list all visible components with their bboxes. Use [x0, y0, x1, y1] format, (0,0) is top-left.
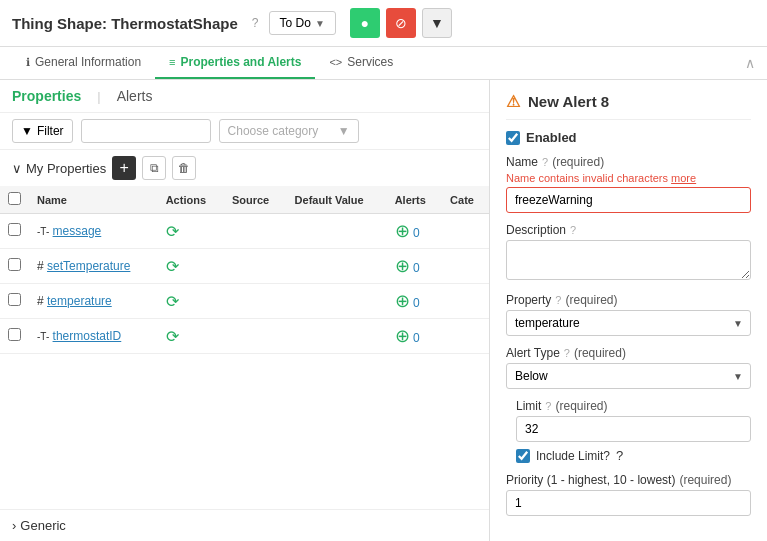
priority-input[interactable]: [506, 490, 751, 516]
enabled-label: Enabled: [526, 130, 577, 145]
action-copy-icon[interactable]: ⟳: [166, 328, 179, 345]
description-textarea[interactable]: [506, 240, 751, 280]
col-default-value: Default Value: [287, 186, 387, 214]
name-input[interactable]: [506, 187, 751, 213]
alert-type-select[interactable]: Below Above Equal: [506, 363, 751, 389]
delete-property-button[interactable]: 🗑: [172, 156, 196, 180]
add-alert-icon[interactable]: ⊕: [395, 326, 410, 346]
col-checkbox: [0, 186, 29, 214]
filter-input[interactable]: [81, 119, 211, 143]
name-help-icon[interactable]: ?: [542, 156, 548, 168]
alert-type-label-row: Alert Type ? (required): [506, 346, 751, 360]
row-checkbox[interactable]: [8, 258, 21, 271]
alert-type-label: Alert Type: [506, 346, 560, 360]
row-alerts-cell: ⊕ 0: [387, 214, 442, 249]
tab-bar: ℹ General Information ≡ Properties and A…: [0, 47, 767, 80]
table-row: -T- message ⟳ ⊕ 0: [0, 214, 489, 249]
limit-input[interactable]: [516, 416, 751, 442]
table-row: -T- thermostatID ⟳ ⊕ 0: [0, 319, 489, 354]
name-label-row: Name ? (required): [506, 155, 751, 169]
property-select-wrapper: temperature message setTemperature therm…: [506, 310, 751, 336]
validation-more-link[interactable]: more: [671, 172, 696, 184]
generic-toggle[interactable]: › Generic: [12, 518, 477, 533]
property-link-message[interactable]: message: [53, 224, 102, 238]
row-checkbox[interactable]: [8, 223, 21, 236]
row-actions-cell: ⟳: [158, 284, 224, 319]
row-checkbox[interactable]: [8, 293, 21, 306]
action-copy-icon[interactable]: ⟳: [166, 293, 179, 310]
my-properties-bar: ∨ My Properties + ⧉ 🗑: [0, 150, 489, 186]
property-link-thermostatid[interactable]: thermostatID: [53, 329, 122, 343]
todo-button[interactable]: To Do ▼: [269, 11, 336, 35]
property-help-icon[interactable]: ?: [555, 294, 561, 306]
priority-required-tag: (required): [679, 473, 731, 487]
tabs-collapse-icon[interactable]: ∧: [745, 55, 755, 71]
sub-tab-properties[interactable]: Properties: [12, 88, 81, 104]
enabled-checkbox[interactable]: [506, 131, 520, 145]
alert-type-form-group: Alert Type ? (required) Below Above Equa…: [506, 346, 751, 389]
todo-arrow-icon: ▼: [315, 18, 325, 29]
my-properties-toggle[interactable]: ∨ My Properties: [12, 161, 106, 176]
dropdown-button[interactable]: ▼: [422, 8, 452, 38]
row-checkbox-cell: [0, 214, 29, 249]
green-status-button[interactable]: ●: [350, 8, 380, 38]
add-alert-icon[interactable]: ⊕: [395, 221, 410, 241]
row-source-cell: [224, 249, 287, 284]
select-all-checkbox[interactable]: [8, 192, 21, 205]
col-category: Cate: [442, 186, 489, 214]
priority-label-row: Priority (1 - highest, 10 - lowest) (req…: [506, 473, 751, 487]
action-copy-icon[interactable]: ⟳: [166, 258, 179, 275]
table-row: # setTemperature ⟳ ⊕ 0: [0, 249, 489, 284]
todo-label: To Do: [280, 16, 311, 30]
filter-label: Filter: [37, 124, 64, 138]
include-limit-help-icon[interactable]: ?: [616, 448, 623, 463]
filter-button[interactable]: ▼ Filter: [12, 119, 73, 143]
property-label: Property: [506, 293, 551, 307]
name-required-tag: (required): [552, 155, 604, 169]
name-validation-msg: Name contains invalid characters more: [506, 172, 751, 184]
row-category-cell: [442, 284, 489, 319]
code-icon: <>: [329, 56, 342, 68]
include-limit-checkbox[interactable]: [516, 449, 530, 463]
property-link-settemperature[interactable]: setTemperature: [47, 259, 130, 273]
row-alerts-cell: ⊕ 0: [387, 284, 442, 319]
alert-type-help-icon[interactable]: ?: [564, 347, 570, 359]
property-required-tag: (required): [565, 293, 617, 307]
row-default-cell: [287, 284, 387, 319]
property-select[interactable]: temperature message setTemperature therm…: [506, 310, 751, 336]
action-copy-icon[interactable]: ⟳: [166, 223, 179, 240]
copy-property-button[interactable]: ⧉: [142, 156, 166, 180]
row-checkbox[interactable]: [8, 328, 21, 341]
row-source-cell: [224, 319, 287, 354]
property-label-row: Property ? (required): [506, 293, 751, 307]
row-category-cell: [442, 249, 489, 284]
alert-count: 0: [413, 261, 420, 275]
description-help-icon[interactable]: ?: [570, 224, 576, 236]
col-name: Name: [29, 186, 158, 214]
row-name-cell: -T- message: [29, 214, 158, 249]
sub-tab-bar: Properties | Alerts: [0, 80, 489, 113]
property-link-temperature[interactable]: temperature: [47, 294, 112, 308]
row-category-cell: [442, 319, 489, 354]
tab-general[interactable]: ℹ General Information: [12, 47, 155, 79]
limit-form-group: Limit ? (required) Include Limit? ?: [506, 399, 751, 463]
copy-icon: ⧉: [150, 161, 159, 175]
tab-services[interactable]: <> Services: [315, 47, 407, 79]
generic-chevron-icon: ›: [12, 518, 16, 533]
row-alerts-cell: ⊕ 0: [387, 249, 442, 284]
description-label: Description: [506, 223, 566, 237]
description-form-group: Description ?: [506, 223, 751, 283]
add-alert-icon[interactable]: ⊕: [395, 291, 410, 311]
add-property-button[interactable]: +: [112, 156, 136, 180]
sub-tab-alerts[interactable]: Alerts: [117, 88, 153, 104]
category-dropdown[interactable]: Choose category ▼: [219, 119, 359, 143]
add-alert-icon[interactable]: ⊕: [395, 256, 410, 276]
alert-count: 0: [413, 226, 420, 240]
limit-required-tag: (required): [555, 399, 607, 413]
page-header: Thing Shape: ThermostatShape ? To Do ▼ ●…: [0, 0, 767, 47]
limit-help-icon[interactable]: ?: [545, 400, 551, 412]
header-help-icon[interactable]: ?: [252, 16, 259, 30]
row-actions-cell: ⟳: [158, 214, 224, 249]
tab-properties-alerts[interactable]: ≡ Properties and Alerts: [155, 47, 315, 79]
red-status-button[interactable]: ⊘: [386, 8, 416, 38]
